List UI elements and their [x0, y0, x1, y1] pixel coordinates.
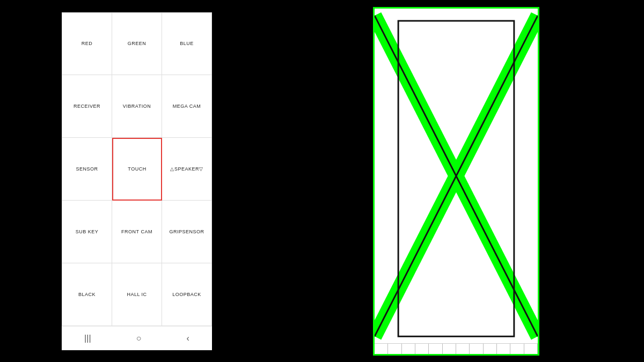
ruler-mark	[484, 344, 497, 354]
grid-cell-sub-key[interactable]: SUB KEY	[62, 201, 112, 263]
right-panel	[274, 0, 644, 362]
touch-ruler	[375, 343, 538, 354]
grid-cell-label-sensor: SENSOR	[76, 166, 98, 172]
grid-cell-label-sub-key: SUB KEY	[76, 229, 99, 234]
ruler-mark	[415, 344, 429, 354]
grid-cell-label-receiver: RECEIVER	[74, 104, 100, 109]
grid-cell-red[interactable]: RED	[62, 13, 112, 76]
left-panel: REDGREENBLUERECEIVERVIBRATIONMEGA CAMSEN…	[0, 0, 274, 362]
ruler-mark	[375, 344, 388, 354]
ruler-mark	[524, 344, 538, 354]
test-grid: REDGREENBLUERECEIVERVIBRATIONMEGA CAMSEN…	[62, 12, 212, 326]
grid-cell-label-green: GREEN	[128, 41, 147, 46]
ruler-mark	[429, 344, 442, 354]
phone-screen: REDGREENBLUERECEIVERVIBRATIONMEGA CAMSEN…	[62, 12, 212, 350]
ruler-mark	[402, 344, 415, 354]
grid-cell-hall-ic[interactable]: HALL IC	[112, 263, 162, 326]
grid-cell-label-loopback: LOOPBACK	[172, 292, 201, 297]
nav-home-icon[interactable]: ○	[136, 334, 142, 343]
nav-back-icon[interactable]: ‹	[187, 334, 189, 343]
nav-bar: ||| ○ ‹	[62, 326, 212, 350]
grid-cell-green[interactable]: GREEN	[112, 13, 162, 76]
touch-visualization	[373, 7, 539, 356]
grid-cell-vibration[interactable]: VIBRATION	[112, 75, 162, 138]
grid-cell-label-gripsensor: GRIPSENSOR	[169, 229, 204, 234]
grid-cell-label-hall-ic: HALL IC	[127, 292, 147, 297]
grid-cell-label-blue: BLUE	[180, 41, 194, 46]
grid-cell-label-red: RED	[82, 41, 93, 46]
grid-cell-label-mega-cam: MEGA CAM	[173, 104, 201, 109]
grid-cell-blue[interactable]: BLUE	[162, 13, 212, 76]
nav-lines-icon[interactable]: |||	[84, 334, 91, 343]
grid-cell-mega-cam[interactable]: MEGA CAM	[162, 75, 212, 138]
grid-cell-receiver[interactable]: RECEIVER	[62, 75, 112, 138]
grid-cell-label-speaker: △SPEAKER▽	[170, 166, 203, 172]
grid-cell-loopback[interactable]: LOOPBACK	[162, 263, 212, 326]
ruler-mark	[510, 344, 524, 354]
grid-cell-black[interactable]: BLACK	[62, 263, 112, 326]
grid-cell-label-vibration: VIBRATION	[123, 104, 151, 109]
grid-cell-speaker[interactable]: △SPEAKER▽	[162, 138, 212, 201]
ruler-mark	[388, 344, 401, 354]
ruler-mark	[443, 344, 456, 354]
grid-cell-gripsensor[interactable]: GRIPSENSOR	[162, 201, 212, 263]
grid-cell-label-touch: TOUCH	[128, 166, 146, 172]
ruler-mark	[470, 344, 483, 354]
grid-cell-label-front-cam: FRONT CAM	[121, 229, 152, 234]
ruler-mark	[497, 344, 510, 354]
grid-cell-sensor[interactable]: SENSOR	[62, 138, 112, 201]
touch-svg	[375, 9, 538, 354]
grid-cell-label-black: BLACK	[78, 292, 96, 297]
grid-cell-touch[interactable]: TOUCH	[112, 138, 162, 201]
main-screen: REDGREENBLUERECEIVERVIBRATIONMEGA CAMSEN…	[0, 0, 644, 362]
grid-cell-front-cam[interactable]: FRONT CAM	[112, 201, 162, 263]
ruler-mark	[456, 344, 470, 354]
